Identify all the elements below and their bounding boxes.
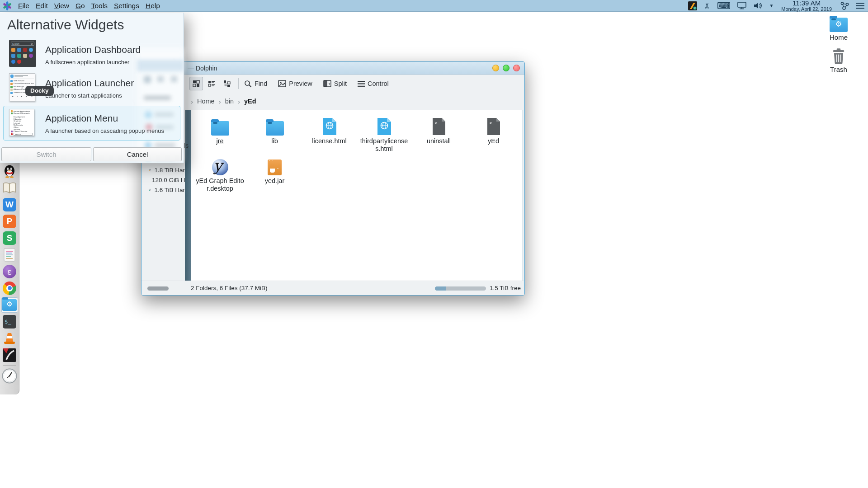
svg-text:>_: >_ [435, 121, 440, 125]
home-label: Home [814, 33, 863, 41]
maximize-button[interactable] [503, 65, 509, 71]
tree-view-button[interactable] [220, 77, 234, 90]
menu-help[interactable]: Help [146, 2, 160, 10]
system-tray: K ✂ ⌨ ▼ 11:39 AM Monday, April 22, 2019 [688, 0, 868, 12]
menu-tools[interactable]: Tools [91, 2, 108, 10]
file-jre[interactable]: jre [193, 115, 247, 152]
folder-icon [266, 121, 284, 136]
switch-button[interactable]: Switch [1, 147, 91, 161]
file-lib[interactable]: lib [247, 115, 302, 152]
thumb-menu-search: Search .. [14, 133, 33, 136]
item-application-launcher[interactable]: Application Launcher [45, 78, 134, 89]
dolphin-icon: ⚙ [2, 299, 17, 311]
thumb-app-tile [29, 54, 33, 58]
dock-item-wps-writer[interactable]: W [1, 197, 18, 212]
cancel-button[interactable]: Cancel [93, 147, 182, 161]
dock-item-book-reader[interactable] [1, 180, 18, 196]
file-label: yEd Graph Editor.desktop [194, 177, 246, 192]
volume-icon[interactable] [753, 2, 762, 9]
share-nodes-icon[interactable] [840, 1, 849, 10]
split-button[interactable]: + Split [323, 80, 347, 87]
breadcrumb-current[interactable]: yEd [244, 98, 256, 105]
clock-time: 11:39 AM [781, 0, 832, 7]
file-label: yed.jar [249, 177, 301, 185]
dock-item-vlc[interactable] [1, 331, 18, 346]
menu-settings[interactable]: Settings [114, 2, 139, 10]
panel-menu-icon[interactable] [856, 3, 864, 9]
svg-text:+: + [328, 82, 330, 86]
tray-expander-icon[interactable]: ▼ [769, 4, 774, 8]
file-yed-desktop[interactable]: y yEd Graph Editor.desktop [193, 155, 247, 192]
home-folder-icon: ⚙ [830, 18, 848, 32]
chevron-icon: › [219, 98, 221, 105]
dock-item-text-document[interactable] [1, 247, 18, 263]
avatar [10, 75, 14, 78]
device-label: 120.0 GiB H [152, 177, 185, 183]
search-icon [244, 80, 252, 88]
menu-edit[interactable]: Edit [36, 2, 48, 10]
device-item[interactable]: 1.8 TiB Har [149, 167, 185, 174]
status-bar: 2 Folders, 6 Files (37.7 MiB) 1.5 TiB fr… [142, 281, 524, 295]
svg-text:K: K [694, 7, 696, 9]
dock-item-emacs[interactable]: ε [1, 264, 18, 279]
menu-go[interactable]: Go [75, 2, 85, 10]
file-view[interactable]: jre lib license.html [191, 110, 523, 282]
clock-widget[interactable]: 11:39 AM Monday, April 22, 2019 [781, 0, 832, 12]
dashboard-thumbnail[interactable]: Search⚙ [9, 40, 36, 67]
window-title: — Dolphin [188, 65, 217, 72]
clipboard-scissors-icon[interactable]: ✂ [703, 2, 711, 9]
thumb-app-tile [17, 48, 21, 52]
close-button[interactable] [513, 65, 520, 71]
menu-file[interactable]: File [18, 2, 29, 10]
dock-item-media-player[interactable] [1, 347, 18, 363]
dock-item-wps-presentation[interactable]: P [1, 214, 18, 229]
open-book-icon [2, 182, 17, 194]
desktop-icon-trash[interactable]: Trash [821, 48, 857, 73]
dock-item-wps-spreadsheets[interactable]: S [1, 230, 18, 246]
file-thirdpartylicenses-html[interactable]: thirdpartylicenses.html [357, 115, 411, 152]
device-item[interactable]: 120.0 GiB H [149, 177, 185, 183]
menu-thumbnail[interactable]: Recent ApplicationsRecent DocumentsDevel… [9, 109, 34, 136]
split-view-icon: + [323, 80, 331, 87]
breadcrumb-home[interactable]: Home [197, 98, 215, 105]
item-application-menu[interactable]: Application Menu [45, 113, 118, 124]
dock-item-terminal[interactable]: $_ [1, 314, 18, 329]
preview-button[interactable]: Preview [278, 80, 312, 87]
zoom-slider[interactable] [147, 286, 169, 291]
icons-view-button[interactable] [189, 77, 203, 90]
dock-item-chrome[interactable] [1, 281, 18, 296]
details-view-button[interactable] [205, 77, 218, 90]
qq-penguin-icon [2, 164, 17, 178]
file-uninstall[interactable]: >_ uninstall [411, 115, 466, 152]
file-license-html[interactable]: license.html [302, 115, 357, 152]
dock-item-dolphin[interactable]: ⚙ [1, 297, 18, 313]
blur-smudge [157, 76, 164, 82]
app-tray-icon[interactable]: K [688, 1, 697, 10]
item-application-dashboard[interactable]: Application Dashboard [45, 44, 141, 55]
device-item[interactable]: 1.6 TiB Har [149, 187, 185, 193]
menu-view[interactable]: View [54, 2, 69, 10]
network-monitor-icon[interactable] [737, 2, 746, 9]
thumb-app-tile [23, 54, 27, 58]
dock-item-qq[interactable] [1, 164, 18, 179]
window-titlebar[interactable]: — Dolphin [142, 62, 524, 75]
keyboard-icon[interactable]: ⌨ [717, 1, 731, 10]
panel-scrollbar[interactable] [185, 110, 191, 282]
desktop-icon-home[interactable]: ⚙ Home [813, 15, 864, 44]
search-icon [11, 133, 13, 135]
html-file-icon [377, 117, 392, 136]
dock-item-clock[interactable] [1, 368, 18, 384]
file-yed-jar[interactable]: yed.jar [247, 155, 302, 192]
file-yed[interactable]: >_ yEd [466, 115, 521, 152]
text-document-icon [4, 248, 15, 262]
chrome-icon [3, 282, 16, 295]
minimize-button[interactable] [492, 65, 499, 71]
disk-capacity-bar [435, 286, 486, 291]
find-button[interactable]: Find [244, 80, 267, 88]
breadcrumb-bin[interactable]: bin [225, 98, 234, 105]
dialog-title: Alternative Widgets [7, 17, 124, 33]
thumb-tab-icon: ● [21, 95, 22, 98]
control-button[interactable]: Control [358, 80, 389, 87]
thumb-app-tile [23, 48, 27, 52]
script-file-icon: >_ [432, 117, 446, 136]
